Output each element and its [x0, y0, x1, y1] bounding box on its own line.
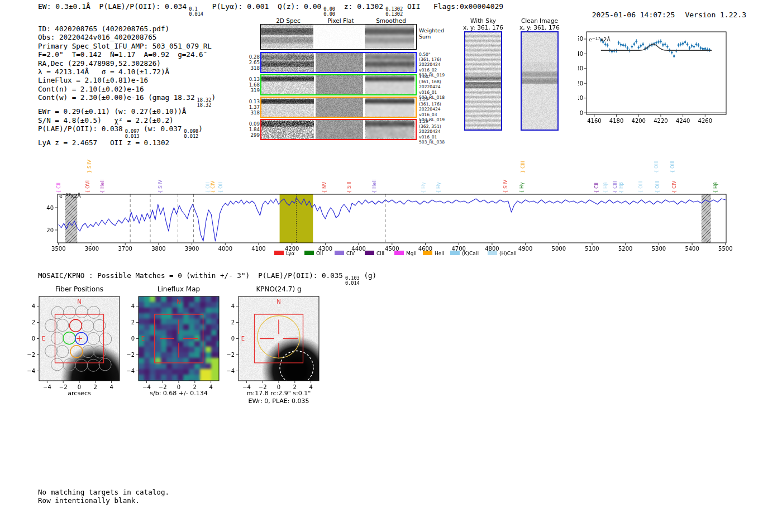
data-point — [671, 51, 673, 54]
emission-line-label: { Hγ — [519, 182, 524, 193]
x-tick-label: 3900 — [185, 246, 199, 252]
fiber-circle — [75, 359, 88, 371]
data-point — [642, 43, 644, 45]
fiber-circle — [87, 333, 99, 345]
data-point — [620, 44, 622, 46]
y-tick-label: 0 — [131, 336, 135, 342]
emission-line-label: { CIII — [612, 181, 618, 193]
legend-label: MgII — [406, 251, 417, 256]
panel-frame — [139, 296, 219, 381]
fiber-circle — [51, 306, 64, 319]
data-point — [624, 45, 627, 47]
legend-swatch — [394, 251, 404, 255]
spectrum-line — [59, 198, 726, 241]
x-tick-label: 4160 — [587, 118, 601, 124]
y-tick-label: −4 — [27, 368, 35, 374]
footer-notes: No matching targets in catalog.Row inten… — [38, 488, 169, 505]
legend-swatch — [304, 251, 314, 255]
data-point — [607, 44, 609, 46]
data-point — [700, 47, 702, 49]
masked-region-band — [702, 194, 711, 243]
masked-region-band — [65, 194, 77, 243]
compass-east: E — [241, 336, 245, 342]
line-zoom-plot: 41604180420042204240426001020304050e−17x… — [578, 27, 774, 127]
x-tick-label: 5200 — [618, 246, 632, 252]
emission-line-label: { OIII — [638, 181, 643, 193]
fiber-circle — [94, 346, 106, 358]
y-tick-label: 4 — [131, 303, 135, 309]
fiber-circle — [82, 346, 94, 358]
y-tick-label: −2 — [27, 352, 35, 358]
x-tick-label: −4 — [43, 384, 51, 390]
fiber-circle — [56, 346, 69, 358]
compass-north: N — [276, 299, 280, 305]
x-tick-label: 4900 — [518, 246, 532, 252]
unit-rest: x2Å — [71, 193, 82, 199]
x-tick-label: 5000 — [552, 246, 566, 252]
panel-frame — [239, 296, 319, 381]
data-point — [664, 44, 666, 46]
emission-line-label: { HeII — [99, 179, 105, 193]
x-tick-label: −4 — [142, 384, 151, 390]
legend-label: (K)CaII — [462, 251, 479, 256]
legend-label: OII — [316, 251, 323, 256]
data-point — [660, 40, 662, 42]
data-point — [637, 46, 640, 49]
unit-rest: x2Å — [600, 36, 611, 42]
data-point — [695, 44, 698, 46]
x-tick-label: 4 — [109, 384, 113, 390]
data-point — [678, 44, 680, 46]
unit-label: e−17x2Å — [589, 36, 611, 43]
x-tick-label: 2 — [193, 384, 197, 390]
catalog-object-circle — [280, 351, 313, 385]
x-tick-label: 0 — [277, 384, 280, 390]
y-tick-label: 10 — [578, 95, 583, 101]
data-point — [684, 41, 686, 44]
x-tick-label: 2 — [94, 384, 97, 390]
data-point — [698, 44, 700, 46]
emission-line-label: { CII — [594, 183, 599, 193]
x-tick-label: 5400 — [685, 246, 699, 252]
elixer-report-page: { "meta": {"timestamp": "2025-01-06 14:0… — [0, 0, 782, 532]
emission-line-label: { OIII — [654, 161, 659, 173]
fiber-circle — [75, 306, 88, 318]
x-tick-label: 4100 — [251, 246, 265, 252]
y-tick-label: 2 — [231, 319, 235, 325]
data-point — [693, 46, 695, 48]
emission-line-label: { Hβ — [603, 182, 608, 193]
fiber-circle — [88, 306, 100, 318]
emission-line-label: { Hγ — [436, 182, 441, 193]
emission-line-label: { SiIV — [158, 180, 163, 193]
data-point — [622, 44, 624, 46]
fiber-circle-orange — [70, 346, 83, 358]
data-point — [680, 44, 682, 46]
data-point — [691, 45, 693, 47]
x-tick-label: 4000 — [218, 246, 232, 252]
footer-line: Row intentionally blank. — [38, 496, 169, 505]
x-tick-label: 2 — [293, 384, 297, 390]
compass-east: E — [42, 336, 45, 342]
y-tick-label: 0 — [32, 336, 35, 342]
compass-north: N — [177, 299, 180, 305]
data-point — [618, 42, 620, 44]
emission-line-label: { Hβ — [618, 182, 624, 193]
y-tick-label: 4 — [32, 303, 35, 309]
y-tick-label: 2 — [32, 319, 35, 325]
unit-exp: −17 — [592, 36, 600, 41]
x-tick-label: 4200 — [632, 118, 646, 124]
x-tick-label: 5500 — [718, 246, 732, 252]
emission-line-label: { CIV — [210, 180, 216, 193]
emission-line-label: { SiIV — [503, 180, 508, 193]
data-point — [666, 46, 669, 48]
data-point — [673, 55, 675, 57]
y-tick-label: −2 — [226, 352, 235, 358]
emission-line-label: { HeII — [371, 179, 377, 193]
report-root: EW: 0.3±0.1Å P(LAE)/P(OII): 0.0340.10.01… — [0, 0, 782, 532]
x-tick-label: 4240 — [676, 118, 690, 124]
emission-line-label: { CIV — [671, 180, 677, 193]
fiber-circle — [64, 306, 76, 318]
fiber-circle-green — [63, 332, 75, 344]
data-point — [635, 40, 637, 42]
emission-line-label: { NV — [322, 182, 327, 193]
legend-swatch — [335, 251, 344, 255]
